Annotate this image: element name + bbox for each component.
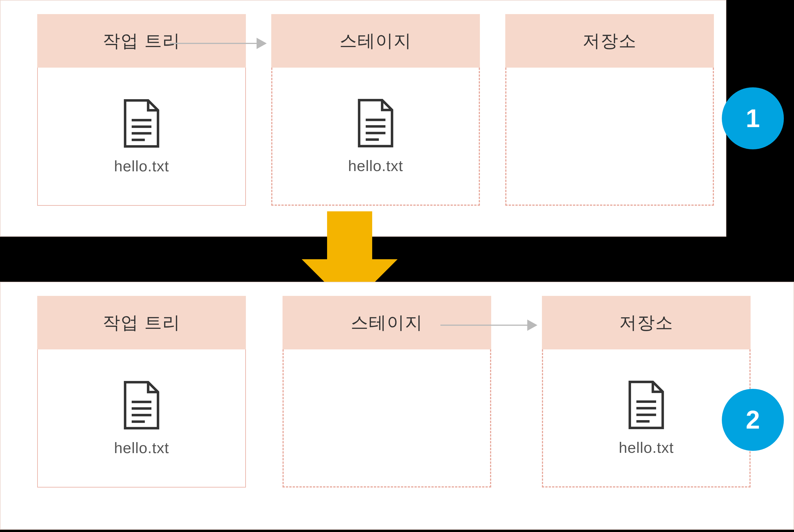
diagram-step-1: 작업 트리 hello.txt 스테이지 xyxy=(0,0,726,237)
column-header-working-tree: 작업 트리 xyxy=(37,296,246,349)
file-icon xyxy=(122,380,161,431)
column-body-repository: hello.txt xyxy=(542,349,751,488)
column-header-stage: 스테이지 xyxy=(282,296,491,349)
diagram-step-2: 작업 트리 hello.txt 스테이지 저장소 xyxy=(0,282,794,530)
file-label: hello.txt xyxy=(348,157,403,174)
column-header-stage: 스테이지 xyxy=(271,14,480,68)
column-header-repository: 저장소 xyxy=(505,14,714,68)
column-header-repository: 저장소 xyxy=(542,296,751,349)
column-repository: 저장소 xyxy=(505,14,714,206)
file-icon xyxy=(122,98,161,149)
step-badge-label: 2 xyxy=(746,405,760,435)
file-label: hello.txt xyxy=(114,157,169,175)
column-stage: 스테이지 hello.txt xyxy=(271,14,480,206)
column-header-working-tree: 작업 트리 xyxy=(37,14,246,68)
step-badge-2: 2 xyxy=(722,389,784,451)
step-badge-1: 1 xyxy=(722,87,784,149)
column-body-repository-empty xyxy=(505,68,714,206)
column-body-stage: hello.txt xyxy=(271,68,480,206)
column-working-tree: 작업 트리 hello.txt xyxy=(37,296,246,488)
file-label: hello.txt xyxy=(618,439,673,456)
file-icon xyxy=(356,98,395,149)
column-repository: 저장소 hello.txt xyxy=(542,296,751,488)
file-label: hello.txt xyxy=(114,439,169,456)
arrow-working-to-stage xyxy=(170,43,265,44)
column-body-stage-empty xyxy=(282,349,491,488)
file-icon xyxy=(627,380,666,430)
step-badge-label: 1 xyxy=(746,104,760,133)
column-body-working-tree: hello.txt xyxy=(37,68,246,206)
column-body-working-tree: hello.txt xyxy=(37,349,246,488)
arrow-stage-to-repo xyxy=(440,325,536,326)
